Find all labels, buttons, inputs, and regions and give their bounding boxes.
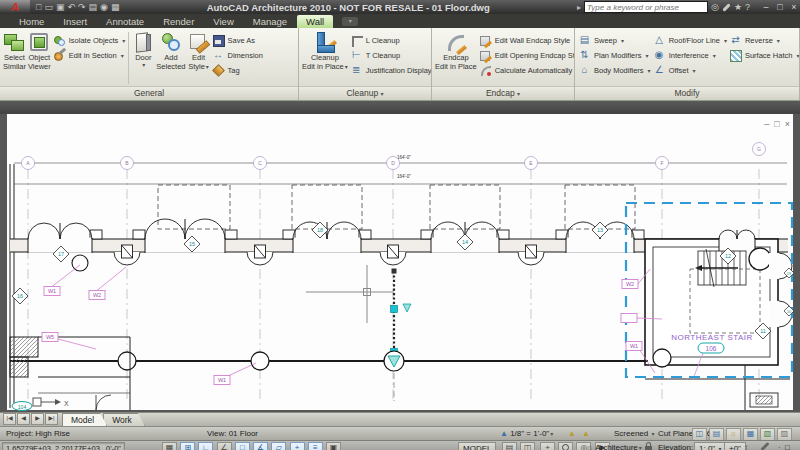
dimension-button[interactable]: ↔ Dimension (212, 49, 263, 62)
restore-button[interactable]: □ (774, 2, 786, 13)
add-selected-button[interactable]: Add Selected (156, 30, 185, 86)
workspace-switcher[interactable]: ☼ Architecture▾ (586, 442, 642, 450)
search-input[interactable] (584, 1, 708, 13)
annotation-visibility-icon[interactable]: ▲ (568, 427, 576, 440)
new-icon[interactable]: □ (36, 1, 41, 13)
replace-z-icon[interactable]: ↕ (744, 442, 748, 450)
status-bar-menu[interactable] (760, 442, 770, 450)
offset-button[interactable]: ∠ Offset▾ (653, 64, 727, 77)
edit-wall-endcap-style-button[interactable]: Edit Wall Endcap Style (479, 34, 574, 47)
panel-endcap-footer[interactable]: Endcap ▾ (432, 86, 574, 100)
sheet-set-icon[interactable]: ▦ (111, 1, 120, 13)
zoom-button[interactable] (558, 442, 573, 450)
workspace-lock[interactable] (645, 442, 652, 450)
dyn-toggle[interactable]: + (290, 442, 305, 450)
close-button[interactable]: × (788, 2, 800, 13)
drawing-close-button[interactable]: × (785, 120, 790, 129)
body-modifiers-button[interactable]: ⌂ Body Modifiers▾ (578, 64, 651, 77)
subscription-wrench-icon[interactable] (722, 3, 730, 11)
isolate-objects-button[interactable]: Isolate Objects▾ (53, 34, 126, 47)
sweep-button[interactable]: ▤ Sweep▾ (578, 34, 651, 47)
surface-hatch-button[interactable]: Surface Hatch▾ (729, 49, 799, 62)
calculate-automatically-button[interactable]: Calculate Automatically (479, 64, 574, 77)
drawing-minimize-button[interactable]: – (764, 120, 769, 129)
tag-button[interactable]: Tag (212, 64, 263, 77)
clean-screen-button[interactable]: □ (785, 442, 790, 450)
interference-button[interactable]: ◉ Interference▾ (653, 49, 727, 62)
favorites-star-icon[interactable]: ★ (734, 1, 742, 13)
tab-annotate[interactable]: Annotate (97, 15, 153, 28)
door-button[interactable]: Door ▾ (132, 30, 154, 86)
tab-wall[interactable]: Wall (297, 15, 333, 28)
next-layout-button[interactable]: ▶ (31, 413, 44, 425)
help-icon[interactable]: ? (745, 1, 750, 13)
undo-icon[interactable]: ↶ (67, 1, 75, 13)
snap-toggle[interactable]: ▦ (162, 442, 177, 450)
elevation-offset[interactable]: +0" (724, 442, 746, 450)
drawing-canvas[interactable]: 164'-0" 164'-0" A B C D E F G (0, 114, 800, 412)
osnap-toggle[interactable]: □ (235, 442, 250, 450)
model-space-button[interactable]: MODEL (458, 442, 496, 450)
edit-in-section-button[interactable]: Edit in Section▾ (53, 49, 126, 62)
room-number-tag[interactable]: 106 (698, 343, 724, 353)
door-number-oval[interactable]: 104 (12, 402, 32, 411)
grid-toggle[interactable]: ⊞ (180, 442, 195, 450)
t-cleanup-button[interactable]: ⊢ T Cleanup (350, 49, 431, 62)
stair-symbol[interactable] (695, 249, 746, 287)
lwt-toggle[interactable]: ≡ (308, 442, 323, 450)
tab-model[interactable]: Model (62, 413, 107, 426)
stair-column[interactable] (749, 248, 771, 270)
select-similar-button[interactable]: Select Similar (3, 30, 26, 86)
otrack-toggle[interactable]: ∡ (253, 442, 268, 450)
l-cleanup-button[interactable]: L Cleanup (350, 34, 431, 47)
ortho-toggle[interactable]: ∟ (198, 442, 213, 450)
first-layout-button[interactable]: |◀ (3, 413, 16, 425)
plot-icon[interactable]: ▤ (89, 1, 98, 13)
tab-view[interactable]: View (204, 15, 242, 28)
edit-opening-endcap-style-button[interactable]: Edit Opening Endcap Style (479, 49, 574, 62)
display-configuration-dropdown[interactable]: Screened ▾ (614, 427, 655, 440)
stair-column-2[interactable] (653, 349, 671, 367)
window-controls: – □ × (760, 2, 800, 13)
app-menu-button[interactable]: A (0, 0, 30, 14)
view-icon[interactable]: ◉ (100, 1, 108, 13)
tab-home[interactable]: Home (10, 15, 53, 28)
infocenter-collapse-icon[interactable]: ▸ (577, 3, 581, 12)
ducs-toggle[interactable]: ▱ (271, 442, 286, 450)
annotation-scale-control[interactable]: ▲ 1/8" = 1'-0"▾ (500, 427, 553, 440)
cleanup-edit-in-place-button[interactable]: Cleanup Edit in Place▾ (302, 30, 348, 86)
endcap-edit-in-place-button[interactable]: Endcap Edit in Place (435, 30, 477, 86)
justification-display-button[interactable]: ≣ Justification Display (350, 64, 431, 77)
qp-toggle[interactable]: ▣ (326, 442, 341, 450)
save-as-button[interactable]: Save As (212, 34, 263, 47)
search-icon[interactable]: ◎ (711, 1, 719, 13)
annotation-auto-icon[interactable]: ▲ (582, 427, 590, 440)
tab-render[interactable]: Render (154, 15, 203, 28)
minimize-button[interactable]: – (760, 2, 772, 13)
ribbon-state-icon[interactable]: ▾ (342, 17, 358, 26)
redo-icon[interactable]: ↷ (78, 1, 86, 13)
coordinates-display[interactable]: 1.65279E+03, 2.20177E+03 , 0'-0" (2, 442, 125, 450)
panel-cleanup-footer[interactable]: Cleanup ▾ (299, 86, 431, 100)
grip-midpoint[interactable] (391, 306, 398, 313)
grip-endpoint-top[interactable] (392, 269, 397, 274)
polar-toggle[interactable]: ∠ (217, 442, 232, 450)
edit-style-button[interactable]: Edit Style▾ (188, 30, 210, 86)
customization-wrench-icon (760, 442, 769, 450)
last-layout-button[interactable]: ▶| (45, 413, 58, 425)
tab-manage[interactable]: Manage (244, 15, 296, 28)
pan-button[interactable]: + (540, 442, 555, 450)
save-icon[interactable]: ▣ (56, 1, 65, 13)
reverse-button[interactable]: ⇄ Reverse▾ (729, 34, 799, 47)
roof-floor-line-button[interactable]: △ Roof/Floor Line▾ (653, 34, 727, 47)
quick-view-drawings-button[interactable]: ◫ (520, 442, 535, 450)
object-viewer-button[interactable]: Object Viewer (28, 30, 51, 86)
quick-view-layouts-button[interactable]: ▤ (502, 442, 517, 450)
tab-insert[interactable]: Insert (54, 15, 96, 28)
drawing-restore-button[interactable]: □ (774, 120, 779, 129)
elevation-value[interactable]: 1: 0" ▾ (694, 442, 726, 450)
open-icon[interactable]: ▭ (44, 1, 53, 13)
prev-layout-button[interactable]: ◀ (17, 413, 30, 425)
plan-modifiers-button[interactable]: ⇅ Plan Modifiers▾ (578, 49, 651, 62)
tab-work[interactable]: Work (103, 413, 145, 426)
